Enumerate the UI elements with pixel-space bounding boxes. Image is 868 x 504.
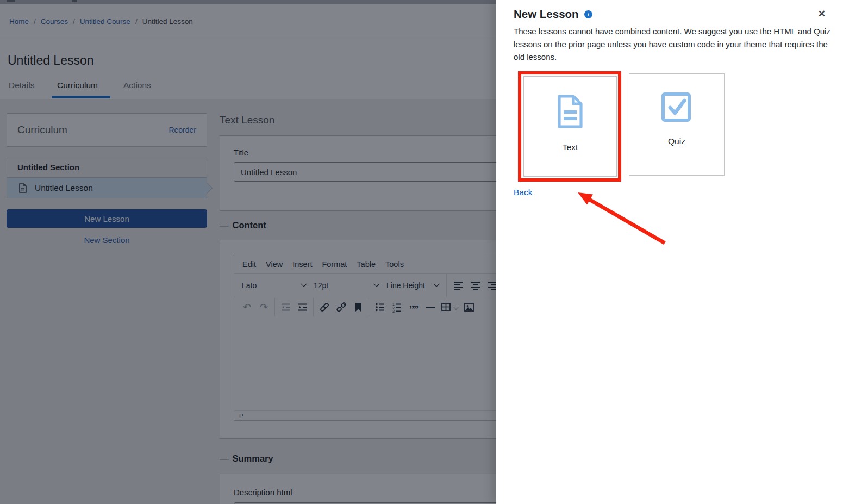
new-lesson-modal: New Lesson i ✕ These lessons cannot have… — [496, 0, 868, 504]
lesson-type-option-text[interactable]: Text — [523, 76, 617, 177]
close-icon[interactable]: ✕ — [818, 9, 826, 18]
modal-title: New Lesson — [514, 8, 579, 21]
modal-description: These lessons cannot have combined conte… — [514, 25, 836, 64]
option-label: Text — [563, 142, 578, 152]
back-link[interactable]: Back — [514, 188, 532, 197]
option-label: Quiz — [668, 136, 685, 146]
quiz-checkbox-icon — [660, 91, 693, 123]
text-document-icon — [555, 94, 585, 129]
lesson-type-option-quiz[interactable]: Quiz — [629, 73, 725, 176]
info-icon[interactable]: i — [584, 10, 592, 18]
